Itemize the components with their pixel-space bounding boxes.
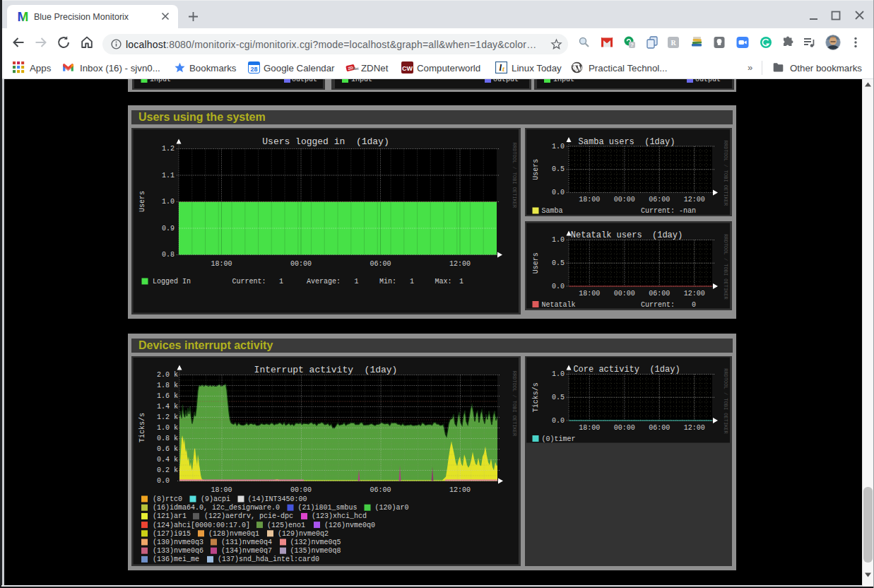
svg-text:Users logged in (1day): Users logged in (1day): [262, 136, 389, 147]
svg-text:1: 1: [279, 278, 283, 286]
svg-text:12:00: 12:00: [684, 290, 705, 298]
svg-text:Netatalk users (1day): Netatalk users (1day): [571, 230, 683, 240]
svg-text:1.4 k: 1.4 k: [157, 403, 178, 411]
svg-text:00:00: 00:00: [290, 486, 312, 494]
svg-text:0.8: 0.8: [162, 251, 175, 259]
svg-text:(120)ar0: (120)ar0: [375, 504, 409, 512]
svg-text:Min:: Min:: [379, 278, 396, 286]
svg-text:1: 1: [410, 278, 414, 286]
svg-text:1: 1: [459, 278, 463, 286]
svg-text:1.0 k: 1.0 k: [157, 424, 178, 432]
svg-text:(134)nvme0q7: (134)nvme0q7: [221, 547, 272, 555]
svg-text:(132)nvme0q5: (132)nvme0q5: [290, 539, 341, 546]
svg-text:1.1: 1.1: [162, 172, 175, 180]
svg-text:Samba users (1day): Samba users (1day): [579, 137, 675, 147]
svg-text:Interrupt activity (1day): Interrupt activity (1day): [254, 365, 398, 375]
svg-text:0.2 k: 0.2 k: [157, 466, 178, 474]
svg-text:2.0 k: 2.0 k: [157, 371, 178, 379]
svg-text:(133)nvme0q6: (133)nvme0q6: [153, 547, 203, 555]
svg-text:1.0: 1.0: [552, 236, 565, 244]
svg-text:1.0: 1.0: [162, 198, 175, 206]
svg-text:Max:: Max:: [435, 278, 452, 286]
svg-text:(9)acpi: (9)acpi: [201, 495, 230, 503]
svg-text:Average:: Average:: [307, 278, 341, 286]
svg-text:(122)aerdrv, pcie-dpc: (122)aerdrv, pcie-dpc: [204, 512, 293, 520]
svg-text:output: output: [292, 76, 317, 83]
svg-text:(16)idma64.0, i2c_designware.0: (16)idma64.0, i2c_designware.0: [153, 504, 280, 512]
svg-text:(128)nvme0q1: (128)nvme0q1: [208, 530, 259, 538]
svg-text:0.0: 0.0: [552, 417, 565, 425]
svg-text:RRDTOOL / TOBI OETIKER: RRDTOOL / TOBI OETIKER: [723, 368, 728, 434]
svg-text:Netatalk: Netatalk: [542, 301, 576, 309]
svg-text:(121)ar1: (121)ar1: [153, 512, 187, 520]
svg-text:18:00: 18:00: [579, 196, 600, 204]
svg-text:1.0: 1.0: [552, 370, 565, 378]
svg-text:Core activity (1day): Core activity (1day): [573, 365, 680, 375]
svg-text:12:00: 12:00: [449, 260, 471, 268]
svg-text:Ticks/s: Ticks/s: [138, 413, 146, 442]
svg-text:18:00: 18:00: [211, 260, 232, 268]
svg-text:output: output: [695, 76, 721, 83]
svg-text:0.0: 0.0: [157, 477, 170, 485]
svg-text:(14)INT3450:00: (14)INT3450:00: [248, 495, 307, 503]
svg-text:1.6 k: 1.6 k: [157, 392, 178, 400]
svg-text:0.5: 0.5: [552, 394, 565, 401]
svg-text:0.5: 0.5: [552, 259, 565, 267]
svg-text:(125)eno1: (125)eno1: [267, 522, 305, 529]
svg-text:Samba: Samba: [542, 207, 563, 215]
svg-text:0.4 k: 0.4 k: [157, 456, 178, 464]
svg-text:Users: Users: [532, 252, 540, 274]
svg-text:input: input: [351, 76, 372, 83]
svg-text:(126)nvme0q0: (126)nvme0q0: [324, 522, 375, 529]
svg-text:RRDTOOL / TOBI OETIKER: RRDTOOL / TOBI OETIKER: [723, 234, 728, 300]
svg-text:RRDTOOL / TOBI OETIKER: RRDTOOL / TOBI OETIKER: [723, 141, 728, 206]
svg-text:(123)xhci_hcd: (123)xhci_hcd: [312, 512, 367, 520]
svg-text:0.5: 0.5: [552, 165, 565, 173]
svg-text:00:00: 00:00: [614, 290, 635, 298]
svg-text:(0)timer: (0)timer: [542, 435, 576, 443]
svg-text:00:00: 00:00: [614, 196, 635, 204]
svg-text:18:00: 18:00: [579, 290, 600, 298]
svg-text:0.8 k: 0.8 k: [157, 435, 178, 442]
svg-text:0.6 k: 0.6 k: [157, 445, 178, 453]
svg-text:1: 1: [355, 278, 359, 286]
svg-text:06:00: 06:00: [649, 424, 670, 432]
svg-text:0.9: 0.9: [162, 225, 175, 233]
svg-text:RRDTOOL / TOBI OETIKER: RRDTOOL / TOBI OETIKER: [512, 371, 517, 437]
svg-text:(130)nvme0q3: (130)nvme0q3: [153, 539, 203, 546]
svg-text:Current: -nan: Current: -nan: [641, 207, 696, 215]
svg-text:1.0: 1.0: [552, 143, 565, 151]
svg-text:18:00: 18:00: [211, 486, 232, 494]
svg-text:(127)i915: (127)i915: [153, 530, 191, 538]
svg-text:(135)nvme0q8: (135)nvme0q8: [290, 547, 341, 555]
svg-text:input: input: [150, 76, 171, 83]
svg-text:0.0: 0.0: [552, 283, 565, 290]
svg-text:12:00: 12:00: [684, 196, 705, 204]
svg-text:Current:: Current:: [232, 278, 266, 286]
svg-text:06:00: 06:00: [649, 196, 670, 204]
svg-text:1.2: 1.2: [162, 145, 175, 153]
svg-text:input: input: [553, 76, 574, 83]
svg-text:(129)nvme0q2: (129)nvme0q2: [278, 530, 329, 538]
svg-text:18:00: 18:00: [579, 424, 600, 432]
svg-text:Users: Users: [532, 159, 540, 180]
svg-text:00:00: 00:00: [614, 424, 635, 432]
svg-text:(21)i801_smbus: (21)i801_smbus: [298, 504, 358, 512]
svg-text:(8)rtc0: (8)rtc0: [153, 495, 182, 503]
svg-text:Logged In: Logged In: [153, 278, 191, 286]
svg-text:12:00: 12:00: [684, 424, 705, 432]
svg-text:RRDTOOL / TOBI OETIKER: RRDTOOL / TOBI OETIKER: [512, 143, 517, 208]
svg-text:Current: 0: Current: 0: [641, 301, 696, 309]
svg-text:06:00: 06:00: [649, 290, 670, 298]
svg-text:0.0: 0.0: [552, 189, 565, 196]
svg-text:1.8 k: 1.8 k: [157, 382, 178, 389]
svg-text:(124)ahci[0000:00:17.0]: (124)ahci[0000:00:17.0]: [153, 522, 250, 529]
svg-text:06:00: 06:00: [370, 260, 391, 268]
svg-text:00:00: 00:00: [290, 260, 312, 268]
svg-text:(131)nvme0q4: (131)nvme0q4: [221, 539, 272, 546]
svg-text:Ticks/s: Ticks/s: [532, 382, 540, 412]
svg-text:(136)mei_me: (136)mei_me: [153, 555, 199, 563]
svg-text:1.2 k: 1.2 k: [157, 413, 178, 421]
svg-text:(137)snd_hda_intel:card0: (137)snd_hda_intel:card0: [218, 555, 319, 563]
svg-text:Users: Users: [138, 191, 146, 212]
